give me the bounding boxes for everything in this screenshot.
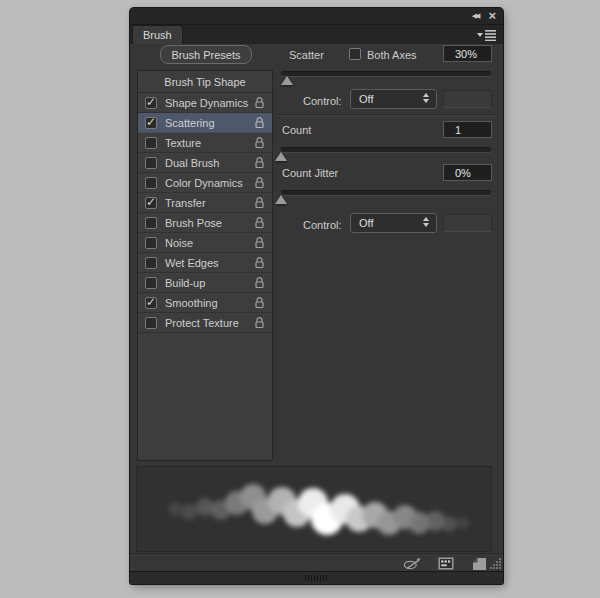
scattering-checkbox[interactable]	[145, 117, 157, 129]
item-label: Build-up	[165, 277, 255, 289]
count-jitter-slider-thumb[interactable]	[275, 195, 287, 204]
scatter-value-field[interactable]: 30%	[443, 45, 492, 62]
brush-presets-label: Brush Presets	[171, 49, 240, 61]
panel-title-bar[interactable]: ◀◀ ×	[130, 8, 503, 25]
tab-brush[interactable]: Brush	[132, 25, 183, 44]
scatter-slider-thumb[interactable]	[281, 76, 293, 85]
resize-grip-icon[interactable]	[489, 557, 502, 572]
lock-icon[interactable]	[255, 137, 264, 149]
control1-label: Control:	[303, 95, 342, 107]
count-slider-track[interactable]	[281, 147, 491, 152]
list-item-wet-edges[interactable]: Wet Edges	[138, 253, 272, 273]
scatter-control-value: Off	[359, 93, 373, 105]
list-item-brush-tip-shape[interactable]: Brush Tip Shape	[138, 71, 272, 93]
smoothing-checkbox[interactable]	[145, 297, 157, 309]
count-jitter-control-disabled-field	[443, 214, 492, 232]
count-jitter-control-dropdown[interactable]: Off	[350, 213, 437, 233]
brush-panel: ◀◀ × Brush Brush Presets	[130, 8, 503, 584]
count-jitter-label: Count Jitter	[282, 167, 338, 179]
list-item-transfer[interactable]: Transfer	[138, 193, 272, 213]
tab-bar: Brush	[130, 25, 503, 44]
item-label: Scattering	[165, 117, 255, 129]
shape-dynamics-checkbox[interactable]	[145, 97, 157, 109]
build-up-checkbox[interactable]	[145, 277, 157, 289]
brush-tip-shape-label: Brush Tip Shape	[164, 76, 245, 88]
lock-icon[interactable]	[255, 117, 264, 129]
item-label: Texture	[165, 137, 255, 149]
list-item-protect-texture[interactable]: Protect Texture	[138, 313, 272, 333]
lock-icon[interactable]	[255, 217, 264, 229]
color-dynamics-checkbox[interactable]	[145, 177, 157, 189]
list-item-smoothing[interactable]: Smoothing	[138, 293, 272, 313]
lock-icon[interactable]	[255, 177, 264, 189]
scatter-control-disabled-field	[443, 90, 492, 108]
count-slider[interactable]	[281, 145, 491, 161]
list-item-scattering[interactable]: Scattering	[138, 113, 272, 133]
lock-icon[interactable]	[255, 97, 264, 109]
dropdown-stepper-icon	[423, 217, 429, 227]
item-label: Smoothing	[165, 297, 255, 309]
live-tip-preview-icon[interactable]	[403, 556, 423, 571]
transfer-checkbox[interactable]	[145, 197, 157, 209]
collapse-to-icons-icon[interactable]: ◀◀	[472, 12, 479, 20]
scatter-control-dropdown[interactable]: Off	[350, 89, 437, 109]
brush-stroke-image	[137, 467, 491, 551]
count-jitter-slider[interactable]	[281, 188, 491, 204]
list-item-dual-brush[interactable]: Dual Brush	[138, 153, 272, 173]
control2-label: Control:	[303, 219, 342, 231]
lock-icon[interactable]	[255, 157, 264, 169]
both-axes-label: Both Axes	[367, 49, 417, 61]
panel-bottom-frame	[130, 571, 503, 584]
dual-brush-checkbox[interactable]	[145, 157, 157, 169]
scatter-value: 30%	[455, 48, 477, 60]
bottom-bar-icons	[403, 556, 489, 571]
item-label: Protect Texture	[165, 317, 255, 329]
count-jitter-value-field[interactable]: 0%	[443, 164, 492, 181]
both-axes-checkbox[interactable]	[349, 48, 361, 60]
item-label: Noise	[165, 237, 255, 249]
brush-pose-checkbox[interactable]	[145, 217, 157, 229]
title-bar-icons: ◀◀ ×	[472, 9, 496, 23]
new-brush-icon[interactable]	[469, 556, 489, 571]
count-jitter-slider-track[interactable]	[281, 190, 491, 195]
list-item-noise[interactable]: Noise	[138, 233, 272, 253]
count-jitter-value: 0%	[455, 167, 471, 179]
list-item-build-up[interactable]: Build-up	[138, 273, 272, 293]
brush-options-list: Brush Tip Shape Shape Dynamics Scatterin…	[137, 70, 273, 461]
noise-checkbox[interactable]	[145, 237, 157, 249]
item-label: Color Dynamics	[165, 177, 255, 189]
lock-icon[interactable]	[255, 277, 264, 289]
count-value: 1	[455, 124, 461, 136]
list-item-color-dynamics[interactable]: Color Dynamics	[138, 173, 272, 193]
scatter-slider[interactable]	[281, 69, 491, 85]
preset-manager-icon[interactable]	[436, 556, 456, 571]
count-jitter-control-value: Off	[359, 217, 373, 229]
item-label: Transfer	[165, 197, 255, 209]
resize-drag-handle[interactable]	[305, 575, 328, 581]
count-slider-thumb[interactable]	[275, 152, 287, 161]
lock-icon[interactable]	[255, 317, 264, 329]
list-item-brush-pose[interactable]: Brush Pose	[138, 213, 272, 233]
tab-brush-label: Brush	[143, 29, 172, 41]
brush-stroke-preview	[136, 466, 492, 552]
list-item-texture[interactable]: Texture	[138, 133, 272, 153]
brush-presets-button[interactable]: Brush Presets	[160, 45, 252, 64]
lock-icon[interactable]	[255, 197, 264, 209]
list-item-shape-dynamics[interactable]: Shape Dynamics	[138, 93, 272, 113]
count-value-field[interactable]: 1	[443, 121, 492, 138]
protect-texture-checkbox[interactable]	[145, 317, 157, 329]
lock-icon[interactable]	[255, 237, 264, 249]
item-label: Shape Dynamics	[165, 97, 255, 109]
lock-icon[interactable]	[255, 257, 264, 269]
scatter-slider-track[interactable]	[281, 71, 491, 76]
item-label: Wet Edges	[165, 257, 255, 269]
wet-edges-checkbox[interactable]	[145, 257, 157, 269]
workspace-background: ◀◀ × Brush Brush Presets	[0, 0, 600, 598]
panel-menu-icon[interactable]	[477, 29, 497, 41]
close-icon[interactable]: ×	[488, 10, 496, 22]
count-label: Count	[282, 124, 311, 136]
texture-checkbox[interactable]	[145, 137, 157, 149]
scatter-label: Scatter	[289, 49, 324, 61]
dropdown-stepper-icon	[423, 93, 429, 103]
lock-icon[interactable]	[255, 297, 264, 309]
